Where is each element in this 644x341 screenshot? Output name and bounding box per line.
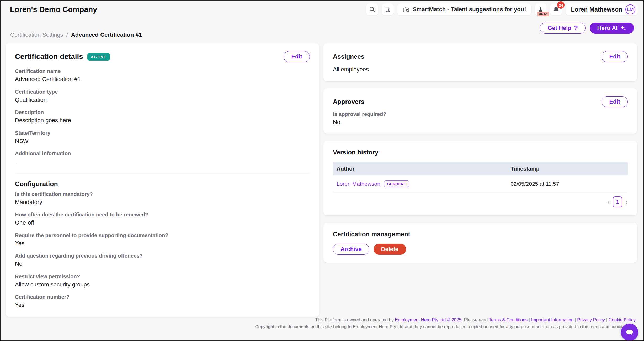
field-certification-name: Certification name Advanced Certificatio… (15, 68, 310, 83)
version-history-title: Version history (333, 149, 628, 156)
field-label: How often does the certification need to… (15, 211, 310, 218)
cookie-policy-link[interactable]: Cookie Policy (609, 317, 636, 322)
previous-page-button[interactable]: ‹ (608, 199, 610, 205)
terms-conditions-link[interactable]: Terms & Conditions (489, 317, 528, 322)
column-header-author: Author (333, 166, 507, 172)
field-label: Is this certification mandatory? (15, 191, 310, 197)
hero-ai-label: Hero AI (597, 25, 618, 31)
version-history-table: Author Timestamp Loren Mathewson CURRENT… (333, 162, 628, 192)
field-description: Description Description goes here (15, 109, 310, 124)
sparkle-icon (620, 25, 626, 31)
breadcrumb-current: Advanced Certification #1 (71, 31, 142, 38)
field-label: Require the personnel to provide support… (15, 232, 310, 238)
breadcrumb-separator: / (66, 31, 68, 38)
field-value: Yes (15, 240, 310, 247)
app-window: Loren's Demo Company (0, 0, 644, 341)
field-value: Yes (15, 301, 310, 309)
beta-badge: BETA (537, 12, 549, 16)
employment-hero-link[interactable]: Employment Hero Pty Ltd © 2025 (395, 317, 461, 322)
footer-line-1: This Platform is owned and operated by E… (190, 317, 636, 323)
labs-button[interactable]: BETA (535, 3, 547, 15)
assignees-edit-button[interactable]: Edit (602, 51, 628, 62)
field-value: Description goes here (15, 117, 310, 124)
details-edit-button[interactable]: Edit (284, 51, 310, 62)
field-value: Allow custom security groups (15, 281, 310, 288)
footer-text: This Platform is owned and operated by (315, 317, 395, 322)
delete-button[interactable]: Delete (374, 244, 406, 255)
header-toolbar: SmartMatch - Talent suggestions for you!… (366, 3, 638, 15)
details-card-title: Certification details (15, 52, 83, 61)
breadcrumb-certification-settings[interactable]: Certification Settings (10, 31, 63, 38)
field-value: NSW (15, 137, 310, 145)
field-view-permission: Restrict view permission? Allow custom s… (15, 273, 310, 288)
field-label: Description (15, 109, 310, 115)
certification-management-title: Certification management (333, 231, 628, 238)
field-renewal: How often does the certification need to… (15, 211, 310, 226)
hero-ai-button[interactable]: Hero AI (590, 23, 634, 34)
company-title: Loren's Demo Company (10, 5, 97, 14)
smartmatch-banner[interactable]: SmartMatch - Talent suggestions for you! (397, 3, 531, 15)
field-certification-number: Certification number? Yes (15, 294, 310, 309)
main-content: Certification details ACTIVE Edit Certif… (6, 43, 637, 317)
certification-management-card: Certification management Archive Delete (323, 223, 637, 263)
get-help-label: Get Help (547, 25, 571, 31)
field-value: Advanced Certification #1 (15, 76, 310, 83)
notifications-button[interactable]: 24 (550, 3, 562, 15)
footer-separator: | (529, 317, 530, 322)
field-label: Is approval required? (333, 111, 628, 117)
next-page-button[interactable]: › (625, 199, 628, 205)
assignees-value: All employees (333, 66, 628, 73)
user-menu[interactable]: Loren Mathewson LM (566, 3, 638, 15)
section-divider (15, 173, 310, 173)
field-value: No (15, 260, 310, 268)
field-label: Certification type (15, 89, 310, 95)
field-state-territory: State/Territory NSW (15, 130, 310, 145)
certification-details-card: Certification details ACTIVE Edit Certif… (6, 43, 319, 317)
field-certification-type: Certification type Qualification (15, 89, 310, 104)
field-supporting-documentation: Require the personnel to provide support… (15, 232, 310, 247)
approvers-card: Approvers Edit Is approval required? No (323, 88, 637, 134)
search-button[interactable] (366, 3, 378, 15)
pagination: ‹ 1 › (333, 196, 628, 207)
breadcrumb: Certification Settings / Advanced Certif… (10, 31, 142, 38)
field-value: One-off (15, 219, 310, 226)
configuration-title: Configuration (15, 180, 310, 188)
field-label: Certification number? (15, 294, 310, 300)
search-icon (369, 6, 376, 13)
table-header-row: Author Timestamp (333, 162, 628, 175)
briefcase-search-icon (402, 6, 410, 13)
organisation-button[interactable] (382, 3, 394, 15)
smartmatch-label: SmartMatch - Talent suggestions for you! (413, 6, 526, 13)
status-badge: ACTIVE (87, 53, 110, 61)
footer-line-2: Copyright in the documents on this site … (190, 323, 636, 330)
field-value: - (15, 158, 310, 165)
field-label: Add question regarding previous driving … (15, 253, 310, 259)
chat-bubble-icon (625, 327, 635, 337)
current-version-badge: CURRENT (384, 180, 409, 187)
archive-button[interactable]: Archive (333, 244, 369, 255)
field-label: State/Territory (15, 130, 310, 136)
important-information-link[interactable]: Important Information (531, 317, 574, 322)
assignees-title: Assignees (333, 53, 364, 60)
version-history-card: Version history Author Timestamp Loren M… (323, 141, 637, 215)
field-additional-information: Additional information - (15, 150, 310, 165)
field-label: Restrict view permission? (15, 273, 310, 280)
question-icon: ? (574, 24, 578, 32)
approvers-title: Approvers (333, 98, 364, 105)
page-number-button[interactable]: 1 (613, 196, 622, 207)
field-approval-required: Is approval required? No (333, 111, 628, 126)
left-column: Certification details ACTIVE Edit Certif… (6, 43, 319, 317)
timestamp-value: 02/05/2025 at 11:57 (507, 181, 628, 187)
footer-separator: | (606, 317, 607, 322)
building-icon (384, 6, 391, 13)
footer-text: . Please read (461, 317, 489, 322)
field-value: No (333, 119, 628, 126)
approvers-edit-button[interactable]: Edit (602, 96, 628, 107)
field-value: Qualification (15, 96, 310, 104)
privacy-policy-link[interactable]: Privacy Policy (577, 317, 605, 322)
author-link[interactable]: Loren Mathewson (337, 181, 380, 187)
get-help-button[interactable]: Get Help ? (540, 23, 585, 34)
field-value: Mandatory (15, 199, 310, 206)
chat-widget-button[interactable] (621, 324, 638, 341)
column-header-timestamp: Timestamp (507, 166, 628, 172)
